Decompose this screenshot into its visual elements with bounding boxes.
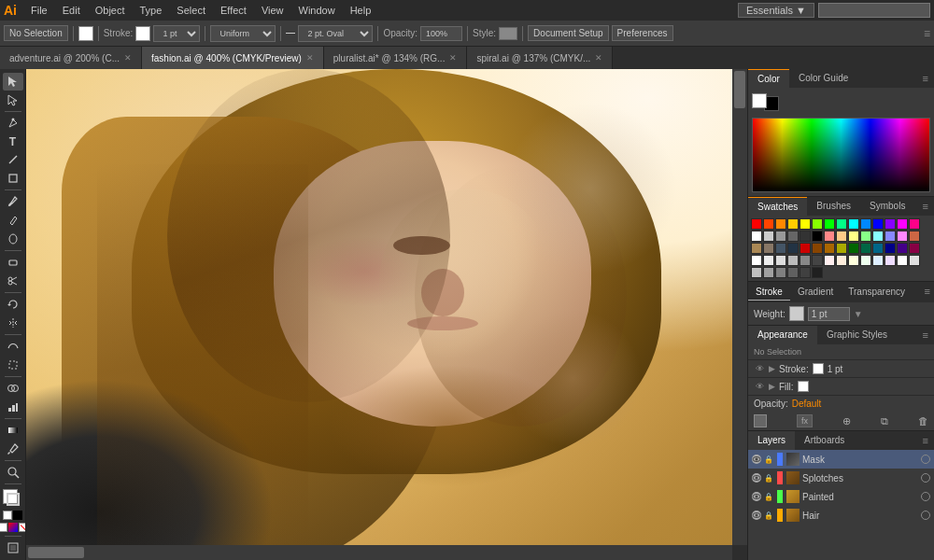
stroke-weight-input[interactable] [808, 307, 850, 321]
color-swatch[interactable] [763, 267, 774, 278]
none-fill[interactable] [13, 511, 22, 520]
brush-size-select[interactable]: 2 pt. Oval [298, 25, 373, 42]
color-swatch[interactable] [812, 243, 823, 254]
color-swatch[interactable] [848, 231, 859, 242]
graphic-styles-tab[interactable]: Graphic Styles [817, 326, 897, 344]
preferences-button[interactable]: Preferences [612, 25, 673, 41]
rect-tool[interactable] [3, 170, 23, 188]
color-swatch[interactable] [812, 231, 823, 242]
color-swatch[interactable] [897, 255, 908, 266]
color-swatch[interactable] [848, 218, 859, 230]
appearance-tab[interactable]: Appearance [748, 326, 817, 344]
eyedropper-tool[interactable] [3, 440, 23, 457]
fx-button[interactable]: fx [797, 414, 813, 427]
symbols-tab[interactable]: Symbols [860, 197, 914, 216]
duplicate-appearance-btn[interactable]: ⧉ [881, 415, 888, 427]
color-swatch[interactable] [775, 231, 786, 242]
white-mode[interactable] [0, 523, 7, 532]
reflect-tool[interactable] [3, 314, 23, 331]
color-swatch[interactable] [848, 255, 859, 266]
color-guide-tab[interactable]: Color Guide [789, 69, 857, 88]
appearance-stroke-row[interactable]: 👁 ▶ Stroke: 1 pt [748, 360, 934, 378]
color-spectrum[interactable] [752, 118, 930, 192]
layer-splotches-lock[interactable]: 🔒 [764, 474, 773, 483]
blob-brush-tool[interactable] [3, 230, 23, 247]
gradient-mode[interactable] [8, 523, 18, 532]
color-tab[interactable]: Color [748, 69, 789, 88]
color-swatch[interactable] [775, 243, 786, 254]
toolbar-options-icon[interactable]: ≡ [924, 27, 930, 40]
color-swatch[interactable] [860, 218, 871, 230]
color-swatch[interactable] [824, 231, 835, 242]
color-swatch[interactable] [909, 243, 920, 254]
stroke-color[interactable] [135, 26, 150, 41]
horizontal-scrollbar[interactable] [26, 545, 732, 560]
fill-visibility-icon[interactable]: 👁 [754, 382, 765, 391]
pencil-tool[interactable] [3, 212, 23, 230]
layer-mask-row[interactable]: 🔒 Mask [748, 450, 934, 469]
color-swatch[interactable] [860, 255, 871, 266]
rotate-tool[interactable] [3, 296, 23, 314]
stroke-expand-icon[interactable]: ▶ [769, 364, 775, 373]
vertical-scrollbar[interactable] [732, 69, 747, 545]
shape-builder-tool[interactable] [3, 380, 23, 398]
swatches-panel-menu[interactable]: ≡ [917, 197, 934, 216]
selection-tool[interactable] [3, 73, 23, 91]
zoom-tool[interactable] [3, 464, 23, 482]
stroke-weight-arrow[interactable]: ▼ [854, 309, 863, 319]
color-swatch[interactable] [824, 243, 835, 254]
color-swatch[interactable] [800, 255, 811, 266]
type-tool[interactable]: T [3, 133, 23, 151]
color-swatch[interactable] [763, 231, 774, 242]
artboard-tool[interactable] [3, 539, 23, 557]
free-transform-tool[interactable] [3, 356, 23, 373]
color-swatch[interactable] [787, 231, 799, 242]
color-swatch[interactable] [872, 231, 884, 242]
graph-tool[interactable] [3, 398, 23, 415]
gradient-tab[interactable]: Gradient [790, 284, 841, 301]
document-setup-button[interactable]: Document Setup [528, 25, 609, 41]
artboards-tab[interactable]: Artboards [795, 431, 854, 450]
opacity-link[interactable]: Default [792, 399, 822, 409]
menu-object[interactable]: Object [89, 3, 132, 18]
color-swatch[interactable] [812, 255, 823, 266]
layer-mask-lock[interactable]: 🔒 [764, 455, 773, 464]
layer-painted-vis[interactable] [752, 492, 761, 501]
color-swatch[interactable] [884, 243, 896, 254]
layer-splotches-row[interactable]: 🔒 Splotches [748, 469, 934, 487]
scissors-tool[interactable] [3, 272, 23, 289]
layer-mask-vis[interactable] [752, 455, 761, 464]
color-swatch[interactable] [787, 267, 799, 278]
stroke-visibility-icon[interactable]: 👁 [754, 364, 765, 373]
style-preview[interactable] [499, 27, 517, 40]
menu-edit[interactable]: Edit [56, 3, 87, 18]
color-swatch[interactable] [800, 267, 811, 278]
color-swatch[interactable] [860, 231, 871, 242]
layer-painted-row[interactable]: 🔒 Painted [748, 487, 934, 506]
color-swatch[interactable] [872, 243, 884, 254]
brushes-tab[interactable]: Brushes [807, 197, 860, 216]
menu-select[interactable]: Select [170, 3, 212, 18]
color-swatch[interactable] [751, 218, 762, 230]
color-swatch[interactable] [763, 243, 774, 254]
menu-window[interactable]: Window [292, 3, 342, 18]
layer-painted-lock[interactable]: 🔒 [764, 493, 773, 501]
color-swatch[interactable] [787, 218, 799, 230]
color-swatch[interactable] [848, 243, 859, 254]
layer-hair-circle[interactable] [921, 511, 930, 520]
color-swatch[interactable] [787, 243, 799, 254]
color-swatch[interactable] [884, 255, 896, 266]
stroke-panel-menu[interactable]: ≡ [921, 284, 934, 301]
color-swatch[interactable] [884, 231, 896, 242]
color-swatch[interactable] [800, 231, 811, 242]
tab-fashion-close[interactable]: ✕ [306, 53, 314, 63]
color-swatch[interactable] [751, 243, 762, 254]
tab-spiral[interactable]: spiral.ai @ 137% (CMYK/... ✕ [467, 47, 613, 69]
fill-color-swatch[interactable] [798, 381, 809, 392]
tab-fashion[interactable]: fashion.ai @ 400% (CMYK/Preview) ✕ [142, 47, 324, 69]
menu-effect[interactable]: Effect [214, 3, 253, 18]
color-swatch[interactable] [800, 243, 811, 254]
color-swatch[interactable] [775, 255, 786, 266]
color-swatch[interactable] [836, 255, 847, 266]
color-swatch[interactable] [824, 218, 835, 230]
